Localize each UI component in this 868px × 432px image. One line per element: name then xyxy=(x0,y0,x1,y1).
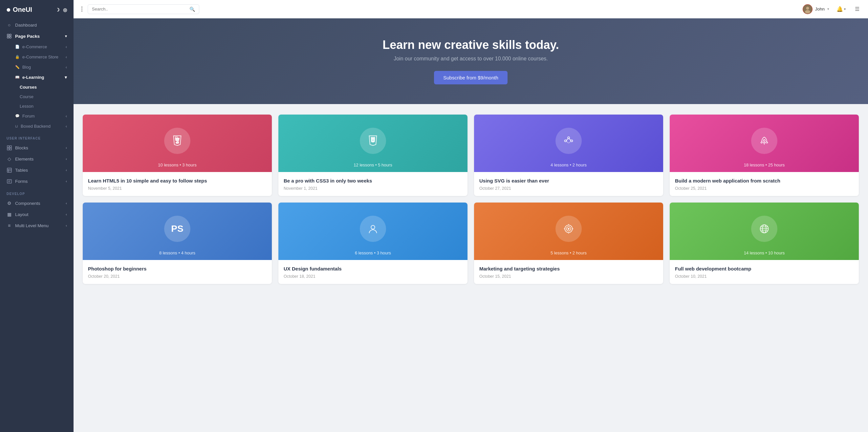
card-image-html5: 10 lessons • 3 hours xyxy=(83,115,272,172)
card-date-svg: October 27, 2021 xyxy=(479,186,658,191)
svg-point-21 xyxy=(763,140,765,142)
svg-rect-4 xyxy=(7,146,9,148)
sidebar-item-blog[interactable]: ✏️ Blog ‹ xyxy=(0,62,73,72)
sidebar-item-forum[interactable]: 💬 Forum ‹ xyxy=(0,111,73,121)
subscribe-button[interactable]: Subscribe from $9/month xyxy=(434,71,507,84)
card-image-css3: 12 lessons • 5 hours xyxy=(278,115,467,172)
menu-button[interactable]: ☰ xyxy=(853,4,862,14)
forms-chevron: ‹ xyxy=(66,179,67,183)
svg-point-16 xyxy=(806,6,809,9)
target-icon-circle xyxy=(555,216,582,242)
card-title-web: Full web development bootcamp xyxy=(675,265,854,272)
sidebar-item-multi-level-menu[interactable]: ≡ Multi Level Menu ‹ xyxy=(0,220,73,231)
elements-icon: ◇ xyxy=(6,156,12,161)
blocks-icon xyxy=(6,145,12,150)
svg-point-25 xyxy=(568,228,569,229)
sidebar-item-components[interactable]: ⚙ Components ‹ xyxy=(0,197,73,209)
sidebar-toggle-button[interactable] xyxy=(80,5,84,13)
forum-chevron: ‹ xyxy=(66,114,67,119)
logo-text: OneUI xyxy=(13,6,32,13)
hero-subtitle: Join our community and get access to ove… xyxy=(87,56,855,62)
sidebar-item-boxed-backend[interactable]: ⊔ Boxed Backend ‹ xyxy=(0,121,73,131)
sidebar-item-label: e-Commerce xyxy=(22,44,47,49)
components-chevron: ‹ xyxy=(66,201,67,205)
circle-icon[interactable]: ◎ xyxy=(63,7,67,12)
page-packs-label: Page Packs xyxy=(15,34,40,39)
card-image-webapp: 18 lessons • 25 hours xyxy=(670,115,859,172)
tables-icon xyxy=(6,167,12,173)
sidebar-item-page-packs[interactable]: Page Packs ▾ xyxy=(0,31,73,42)
dashboard-icon: ○ xyxy=(6,22,12,28)
sidebar-item-forms[interactable]: Forms ‹ xyxy=(0,176,73,187)
sidebar-item-layout[interactable]: ▦ Layout ‹ xyxy=(0,209,73,220)
elements-label: Elements xyxy=(15,157,33,161)
search-bar[interactable]: 🔍 xyxy=(88,4,199,14)
course-card-html5[interactable]: 10 lessons • 3 hours Learn HTML5 in 10 s… xyxy=(83,115,272,196)
ecommerce-icon: 📄 xyxy=(15,44,20,49)
course-card-ux[interactable]: 6 lessons • 3 hours UX Design fundamenta… xyxy=(278,203,467,284)
boxed-backend-chevron: ‹ xyxy=(66,124,67,129)
elearning-icon: 📖 xyxy=(15,75,20,80)
hero-title: Learn new creative skills today. xyxy=(87,38,855,52)
sidebar-item-ecommerce-store[interactable]: 🔒 e-Commerce Store ‹ xyxy=(0,52,73,62)
rocket-icon-circle xyxy=(751,128,777,154)
card-body-html5: Learn HTML5 in 10 simple and easy to fol… xyxy=(83,172,272,196)
svg-rect-5 xyxy=(9,146,11,148)
card-image-web: 14 lessons • 10 hours xyxy=(670,203,859,260)
sidebar-item-label: Blog xyxy=(22,65,31,70)
sidebar-item-label: e-Commerce Store xyxy=(22,55,58,59)
svg-point-22 xyxy=(371,225,375,229)
course-card-webapp[interactable]: 18 lessons • 25 hours Build a modern web… xyxy=(670,115,859,196)
search-icon: 🔍 xyxy=(189,6,195,12)
sidebar-item-blocks[interactable]: Blocks ‹ xyxy=(0,142,73,153)
svg-icon-circle xyxy=(555,128,582,154)
card-body-photoshop: Photoshop for beginners October 20, 2021 xyxy=(83,260,272,284)
sidebar-item-tables[interactable]: Tables ‹ xyxy=(0,164,73,176)
svg-rect-6 xyxy=(7,148,9,150)
card-title-ux: UX Design fundamentals xyxy=(284,265,462,272)
forum-icon: 💬 xyxy=(15,114,20,118)
svg-point-19 xyxy=(571,140,573,142)
ps-text-icon: PS xyxy=(171,223,183,234)
card-date-targeting: October 15, 2021 xyxy=(479,274,658,279)
tables-chevron: ‹ xyxy=(66,168,67,172)
user-info[interactable]: John ▾ xyxy=(803,4,829,14)
courses-grid: 10 lessons • 3 hours Learn HTML5 in 10 s… xyxy=(83,115,859,284)
card-lessons-photoshop: 8 lessons • 4 hours xyxy=(83,250,272,255)
card-date-css3: November 1, 2021 xyxy=(284,186,462,191)
course-card-targeting[interactable]: 5 lessons • 2 hours Marketing and target… xyxy=(474,203,663,284)
blocks-label: Blocks xyxy=(15,146,28,150)
components-label: Components xyxy=(15,201,40,206)
ecommerce-chevron: ‹ xyxy=(66,44,67,49)
notification-chevron: ▾ xyxy=(844,7,846,11)
page-packs-chevron: ▾ xyxy=(65,34,67,38)
card-title-targeting: Marketing and targeting strategies xyxy=(479,265,658,272)
layout-chevron: ‹ xyxy=(66,212,67,216)
elements-chevron: ‹ xyxy=(66,157,67,161)
svg-rect-3 xyxy=(9,36,11,38)
course-card-web[interactable]: 14 lessons • 10 hours Full web developme… xyxy=(670,203,859,284)
course-card-svg[interactable]: 4 lessons • 2 hours Using SVG is easier … xyxy=(474,115,663,196)
forms-label: Forms xyxy=(15,179,28,184)
menu-icon: ☰ xyxy=(855,6,860,12)
sidebar-item-elements[interactable]: ◇ Elements ‹ xyxy=(0,153,73,164)
svg-rect-0 xyxy=(7,34,9,36)
forms-icon xyxy=(6,179,12,184)
sidebar-item-courses[interactable]: Courses xyxy=(0,83,73,92)
css3-icon-circle xyxy=(360,128,386,154)
sidebar-item-course[interactable]: Course xyxy=(0,92,73,101)
course-card-css3[interactable]: 12 lessons • 5 hours Be a pro with CSS3 … xyxy=(278,115,467,196)
search-input[interactable] xyxy=(92,6,187,11)
html5-icon-circle xyxy=(164,128,190,154)
notification-button[interactable]: 🔔 ▾ xyxy=(835,4,848,14)
course-card-photoshop[interactable]: PS 8 lessons • 4 hours Photoshop for beg… xyxy=(83,203,272,284)
card-body-targeting: Marketing and targeting strategies Octob… xyxy=(474,260,663,284)
dark-mode-icon[interactable]: ☽ xyxy=(56,7,60,12)
card-lessons-css3: 12 lessons • 5 hours xyxy=(278,162,467,167)
card-body-css3: Be a pro with CSS3 in only two weeks Nov… xyxy=(278,172,467,196)
sidebar-item-ecommerce[interactable]: 📄 e-Commerce ‹ xyxy=(0,42,73,52)
sidebar-item-dashboard[interactable]: ○ Dashboard xyxy=(0,19,73,31)
sidebar-item-elearning[interactable]: 📖 e-Learning ▾ xyxy=(0,72,73,83)
card-lessons-web: 14 lessons • 10 hours xyxy=(670,250,859,255)
sidebar-item-lesson[interactable]: Lesson xyxy=(0,101,73,111)
